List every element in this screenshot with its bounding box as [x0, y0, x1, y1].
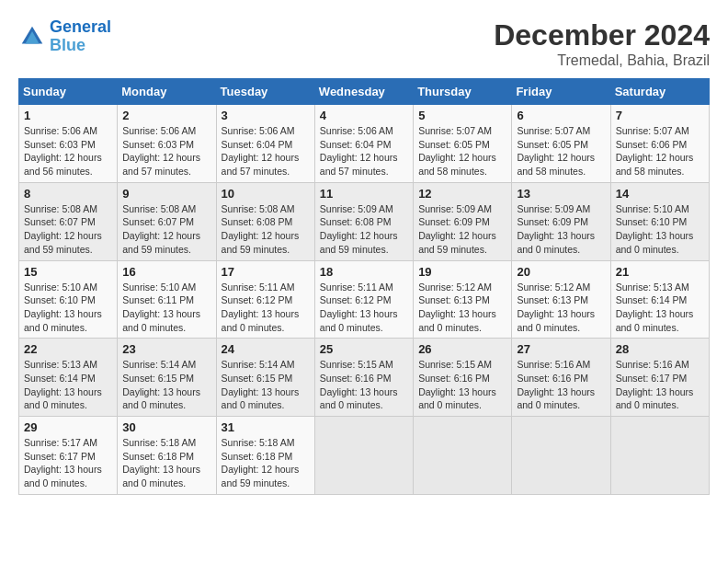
day-info: Sunrise: 5:07 AMSunset: 6:05 PMDaylight:…	[517, 124, 605, 178]
day-number: 2	[122, 109, 210, 122]
day-number: 23	[122, 342, 210, 356]
day-info: Sunrise: 5:12 AMSunset: 6:13 PMDaylight:…	[517, 281, 605, 335]
table-row: 27Sunrise: 5:16 AMSunset: 6:16 PMDayligh…	[512, 339, 610, 417]
day-info: Sunrise: 5:10 AMSunset: 6:10 PMDaylight:…	[24, 281, 112, 335]
table-row: 23Sunrise: 5:14 AMSunset: 6:15 PMDayligh…	[118, 339, 216, 417]
calendar-week-row: 1Sunrise: 5:06 AMSunset: 6:03 PMDaylight…	[19, 105, 710, 183]
day-info: Sunrise: 5:06 AMSunset: 6:04 PMDaylight:…	[320, 124, 408, 178]
table-row: 15Sunrise: 5:10 AMSunset: 6:10 PMDayligh…	[19, 260, 118, 339]
col-thursday: Thursday	[414, 79, 512, 105]
table-row: 9Sunrise: 5:08 AMSunset: 6:07 PMDaylight…	[118, 182, 216, 260]
day-number: 31	[222, 420, 310, 434]
day-info: Sunrise: 5:14 AMSunset: 6:15 PMDaylight:…	[222, 358, 310, 412]
table-row: 3Sunrise: 5:06 AMSunset: 6:04 PMDaylight…	[216, 105, 314, 183]
day-info: Sunrise: 5:13 AMSunset: 6:14 PMDaylight:…	[24, 358, 112, 412]
table-row: 20Sunrise: 5:12 AMSunset: 6:13 PMDayligh…	[512, 260, 610, 339]
calendar-week-row: 8Sunrise: 5:08 AMSunset: 6:07 PMDaylight…	[19, 182, 710, 260]
calendar-week-row: 29Sunrise: 5:17 AMSunset: 6:17 PMDayligh…	[19, 417, 710, 495]
location-title: Tremedal, Bahia, Brazil	[494, 52, 710, 69]
day-number: 10	[222, 187, 310, 201]
day-number: 24	[222, 342, 310, 356]
day-number: 6	[517, 109, 605, 122]
col-monday: Monday	[118, 79, 216, 105]
day-number: 21	[616, 265, 704, 279]
day-info: Sunrise: 5:12 AMSunset: 6:13 PMDaylight:…	[418, 281, 506, 335]
table-row	[610, 417, 709, 495]
day-number: 30	[122, 420, 210, 434]
day-info: Sunrise: 5:08 AMSunset: 6:07 PMDaylight:…	[122, 202, 210, 257]
day-info: Sunrise: 5:11 AMSunset: 6:12 PMDaylight:…	[222, 281, 310, 335]
day-info: Sunrise: 5:09 AMSunset: 6:09 PMDaylight:…	[418, 202, 506, 257]
table-row: 31Sunrise: 5:18 AMSunset: 6:18 PMDayligh…	[216, 417, 314, 495]
day-number: 16	[122, 265, 210, 279]
title-block: December 2024 Tremedal, Bahia, Brazil	[494, 18, 710, 69]
day-info: Sunrise: 5:10 AMSunset: 6:11 PMDaylight:…	[122, 281, 210, 335]
table-row: 4Sunrise: 5:06 AMSunset: 6:04 PMDaylight…	[314, 105, 413, 183]
table-row: 6Sunrise: 5:07 AMSunset: 6:05 PMDaylight…	[512, 105, 610, 183]
day-info: Sunrise: 5:17 AMSunset: 6:17 PMDaylight:…	[24, 436, 112, 490]
day-number: 4	[320, 109, 408, 122]
table-row: 10Sunrise: 5:08 AMSunset: 6:08 PMDayligh…	[216, 182, 314, 260]
logo-icon	[18, 23, 46, 51]
table-row: 28Sunrise: 5:16 AMSunset: 6:17 PMDayligh…	[610, 339, 709, 417]
day-info: Sunrise: 5:06 AMSunset: 6:04 PMDaylight:…	[222, 124, 310, 178]
day-info: Sunrise: 5:07 AMSunset: 6:06 PMDaylight:…	[616, 124, 704, 178]
table-row: 21Sunrise: 5:13 AMSunset: 6:14 PMDayligh…	[610, 260, 709, 339]
col-wednesday: Wednesday	[314, 79, 413, 105]
col-sunday: Sunday	[19, 79, 118, 105]
day-info: Sunrise: 5:14 AMSunset: 6:15 PMDaylight:…	[122, 358, 210, 412]
day-number: 8	[24, 187, 112, 201]
day-number: 26	[418, 342, 506, 356]
table-row: 5Sunrise: 5:07 AMSunset: 6:05 PMDaylight…	[414, 105, 512, 183]
table-row: 25Sunrise: 5:15 AMSunset: 6:16 PMDayligh…	[314, 339, 413, 417]
day-number: 5	[418, 109, 506, 122]
day-info: Sunrise: 5:15 AMSunset: 6:16 PMDaylight:…	[320, 358, 408, 412]
day-number: 11	[320, 187, 408, 201]
logo-text: General Blue	[50, 18, 111, 55]
calendar-week-row: 22Sunrise: 5:13 AMSunset: 6:14 PMDayligh…	[19, 339, 710, 417]
page-header: General Blue December 2024 Tremedal, Bah…	[18, 18, 710, 69]
table-row: 18Sunrise: 5:11 AMSunset: 6:12 PMDayligh…	[314, 260, 413, 339]
day-number: 28	[616, 342, 704, 356]
day-info: Sunrise: 5:11 AMSunset: 6:12 PMDaylight:…	[320, 281, 408, 335]
day-number: 17	[222, 265, 310, 279]
day-number: 9	[122, 187, 210, 201]
table-row: 30Sunrise: 5:18 AMSunset: 6:18 PMDayligh…	[118, 417, 216, 495]
table-row: 13Sunrise: 5:09 AMSunset: 6:09 PMDayligh…	[512, 182, 610, 260]
table-row: 14Sunrise: 5:10 AMSunset: 6:10 PMDayligh…	[610, 182, 709, 260]
col-tuesday: Tuesday	[216, 79, 314, 105]
day-info: Sunrise: 5:10 AMSunset: 6:10 PMDaylight:…	[616, 202, 704, 257]
day-number: 22	[24, 342, 112, 356]
day-info: Sunrise: 5:06 AMSunset: 6:03 PMDaylight:…	[122, 124, 210, 178]
day-info: Sunrise: 5:09 AMSunset: 6:08 PMDaylight:…	[320, 202, 408, 257]
day-info: Sunrise: 5:16 AMSunset: 6:16 PMDaylight:…	[517, 358, 605, 412]
day-info: Sunrise: 5:18 AMSunset: 6:18 PMDaylight:…	[122, 436, 210, 490]
calendar-header-row: Sunday Monday Tuesday Wednesday Thursday…	[19, 79, 710, 105]
month-title: December 2024	[494, 18, 710, 52]
calendar-week-row: 15Sunrise: 5:10 AMSunset: 6:10 PMDayligh…	[19, 260, 710, 339]
table-row: 16Sunrise: 5:10 AMSunset: 6:11 PMDayligh…	[118, 260, 216, 339]
day-info: Sunrise: 5:18 AMSunset: 6:18 PMDaylight:…	[222, 436, 310, 490]
table-row: 24Sunrise: 5:14 AMSunset: 6:15 PMDayligh…	[216, 339, 314, 417]
day-info: Sunrise: 5:16 AMSunset: 6:17 PMDaylight:…	[616, 358, 704, 412]
day-number: 18	[320, 265, 408, 279]
day-number: 1	[24, 109, 112, 122]
day-number: 19	[418, 265, 506, 279]
col-saturday: Saturday	[610, 79, 709, 105]
day-number: 27	[517, 342, 605, 356]
day-number: 13	[517, 187, 605, 201]
table-row: 12Sunrise: 5:09 AMSunset: 6:09 PMDayligh…	[414, 182, 512, 260]
day-info: Sunrise: 5:07 AMSunset: 6:05 PMDaylight:…	[418, 124, 506, 178]
day-number: 29	[24, 420, 112, 434]
day-info: Sunrise: 5:13 AMSunset: 6:14 PMDaylight:…	[616, 281, 704, 335]
day-info: Sunrise: 5:08 AMSunset: 6:08 PMDaylight:…	[222, 202, 310, 257]
day-info: Sunrise: 5:15 AMSunset: 6:16 PMDaylight:…	[418, 358, 506, 412]
table-row	[512, 417, 610, 495]
table-row: 17Sunrise: 5:11 AMSunset: 6:12 PMDayligh…	[216, 260, 314, 339]
day-number: 3	[222, 109, 310, 122]
day-info: Sunrise: 5:09 AMSunset: 6:09 PMDaylight:…	[517, 202, 605, 257]
day-number: 14	[616, 187, 704, 201]
table-row: 8Sunrise: 5:08 AMSunset: 6:07 PMDaylight…	[19, 182, 118, 260]
table-row: 7Sunrise: 5:07 AMSunset: 6:06 PMDaylight…	[610, 105, 709, 183]
calendar-table: Sunday Monday Tuesday Wednesday Thursday…	[18, 78, 710, 495]
